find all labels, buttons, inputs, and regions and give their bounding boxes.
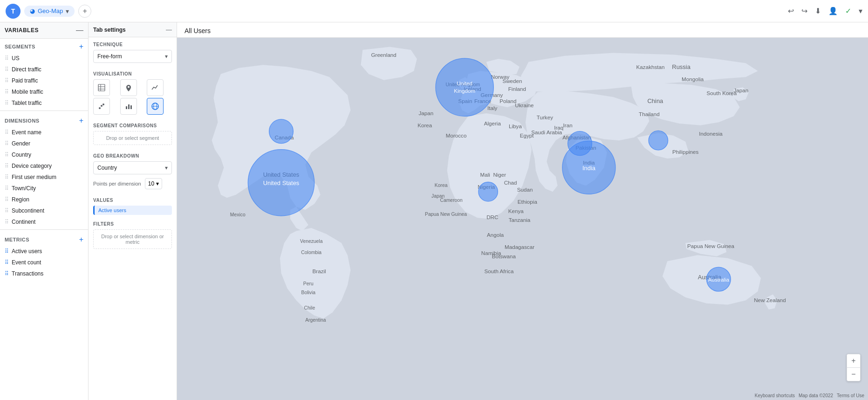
viz-button-geo[interactable] (120, 79, 137, 96)
segment-item[interactable]: ⠿US (0, 53, 88, 64)
technique-section: TECHNIQUE Free-form ▾ (89, 37, 177, 67)
segment-drop-zone[interactable]: Drop or select segment (93, 131, 172, 145)
svg-text:Algeria: Algeria (484, 120, 501, 126)
points-value: 10 (148, 180, 154, 187)
svg-text:Greenland: Greenland (371, 52, 396, 58)
geo-breakdown-arrow: ▾ (165, 165, 168, 171)
technique-dropdown[interactable]: Free-form ▾ (93, 50, 172, 63)
dimension-item[interactable]: ⠿First user medium (0, 172, 88, 183)
geo-map-icon: ◕ (30, 7, 35, 14)
viz-grid (93, 79, 172, 115)
geo-breakdown-dropdown[interactable]: Country ▾ (93, 161, 172, 174)
dimension-item[interactable]: ⠿Continent (0, 216, 88, 228)
download-button[interactable]: ⬇ (815, 7, 821, 15)
segment-item[interactable]: ⠿Tablet traffic (0, 97, 88, 109)
svg-text:Niger: Niger (493, 172, 506, 178)
metric-item[interactable]: ⠿Active users (0, 246, 88, 257)
user-avatar[interactable]: T (6, 4, 21, 19)
filters-drop-label: Drop or select dimension or metric (101, 234, 164, 245)
dimension-item[interactable]: ⠿Country (0, 149, 88, 160)
undo-button[interactable]: ↩ (788, 7, 794, 15)
svg-text:Morocco: Morocco (446, 132, 467, 138)
drag-handle: ⠿ (5, 270, 9, 277)
svg-text:Sudan: Sudan (517, 186, 533, 193)
dimension-label: Town/City (12, 185, 83, 192)
visualization-label: VISUALISATION (93, 71, 172, 76)
filters-drop-zone[interactable]: Drop or select dimension or metric (93, 229, 172, 249)
segments-add-button[interactable]: + (79, 42, 83, 51)
dimension-item[interactable]: ⠿Region (0, 194, 88, 205)
tab-settings-minimize[interactable]: — (166, 26, 172, 33)
metrics-add-button[interactable]: + (79, 235, 83, 244)
dimension-label: Gender (12, 140, 83, 147)
points-dropdown[interactable]: 10 ▾ (145, 178, 162, 189)
values-chip[interactable]: Active users (93, 206, 172, 215)
points-row: Points per dimension 10 ▾ (93, 178, 172, 189)
dimension-item[interactable]: ⠿Device category (0, 160, 88, 172)
svg-text:United States: United States (263, 179, 300, 186)
drag-handle: ⠿ (5, 196, 9, 203)
svg-text:Kingdom: Kingdom (454, 88, 475, 94)
zoom-in-button[interactable]: + (847, 354, 860, 367)
map-container[interactable]: United States Canada Mexico Brazil Colom… (177, 38, 868, 400)
viz-button-bar[interactable] (120, 98, 137, 115)
metrics-section-header: METRICS + (0, 232, 88, 246)
svg-text:Kenya: Kenya (508, 208, 524, 214)
svg-text:India: India (582, 165, 596, 172)
svg-text:DRC: DRC (486, 214, 498, 220)
segment-item[interactable]: ⠿Mobile traffic (0, 86, 88, 97)
dimension-item[interactable]: ⠿Gender (0, 138, 88, 149)
dimension-item[interactable]: ⠿Town/City (0, 183, 88, 194)
zoom-out-button[interactable]: − (847, 368, 860, 381)
geo-breakdown-section: GEO BREAKDOWN Country ▾ Points per dimen… (89, 149, 177, 193)
add-tab-button[interactable]: + (78, 5, 91, 18)
filters-section: FILTERS Drop or select dimension or metr… (89, 217, 177, 253)
dimension-label: Region (12, 196, 83, 203)
svg-text:Tanzania: Tanzania (509, 217, 531, 223)
svg-rect-9 (130, 105, 132, 109)
share-button[interactable]: 👤 (828, 7, 838, 15)
variables-panel-title: Variables (5, 27, 39, 34)
viz-button-scatter[interactable] (93, 98, 110, 115)
svg-text:South Africa: South Africa (485, 268, 514, 274)
variables-panel-minimize[interactable]: — (76, 26, 83, 34)
dimensions-add-button[interactable]: + (79, 117, 83, 125)
dimension-label: Continent (12, 219, 83, 225)
technique-label: TECHNIQUE (93, 42, 172, 47)
svg-text:Madagascar: Madagascar (505, 244, 534, 250)
svg-text:Mexico: Mexico (230, 212, 246, 217)
segment-item[interactable]: ⠿Paid traffic (0, 75, 88, 86)
check-dropdown[interactable]: ▾ (859, 7, 862, 15)
world-map-svg: United States Canada Mexico Brazil Colom… (177, 38, 868, 400)
terms-of-use-link[interactable]: Terms of Use (837, 393, 864, 398)
segment-item[interactable]: ⠿Direct traffic (0, 64, 88, 75)
dimensions-section-title: DIMENSIONS (5, 118, 40, 124)
dimension-label: Device category (12, 163, 83, 169)
viz-button-geo-map[interactable] (147, 98, 164, 115)
map-area: All Users (177, 22, 868, 400)
keyboard-shortcuts-link[interactable]: Keyboard shortcuts (755, 393, 795, 398)
svg-text:Finland: Finland (508, 86, 526, 92)
variables-panel-scroll: SEGMENTS + ⠿US⠿Direct traffic⠿Paid traff… (0, 39, 88, 400)
svg-text:Papua New Guinea: Papua New Guinea (687, 243, 734, 249)
dimension-item[interactable]: ⠿Subcontinent (0, 205, 88, 216)
metric-item[interactable]: ⠿Transactions (0, 268, 88, 279)
drag-handle: ⠿ (5, 77, 9, 84)
map-title-bar: All Users (177, 22, 868, 38)
viz-button-table[interactable] (93, 79, 110, 96)
svg-text:Libya: Libya (509, 123, 522, 129)
dimension-item[interactable]: ⠿Event name (0, 127, 88, 138)
tab-dropdown-icon[interactable]: ▾ (66, 7, 69, 15)
metric-item[interactable]: ⠿Event count (0, 257, 88, 268)
map-data-text: Map data ©2022 (799, 393, 833, 398)
active-tab[interactable]: ◕ Geo-Map ▾ (24, 6, 75, 17)
check-button[interactable]: ✓ (845, 7, 851, 15)
values-chip-label: Active users (98, 207, 126, 213)
values-label: VALUES (93, 198, 172, 203)
svg-text:Korea: Korea (435, 183, 448, 188)
svg-text:Bolivia: Bolivia (301, 290, 316, 295)
dimension-label: Country (12, 152, 83, 158)
technique-dropdown-arrow: ▾ (165, 53, 168, 60)
viz-button-line[interactable] (147, 79, 164, 96)
redo-button[interactable]: ↪ (801, 7, 807, 15)
